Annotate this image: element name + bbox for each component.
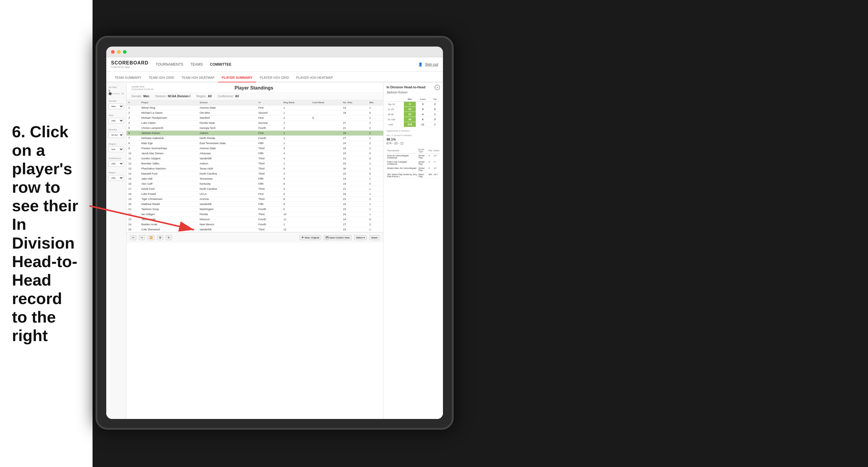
h2h-close-btn[interactable]: × (435, 85, 440, 90)
table-row[interactable]: 24 Bastien Amat New Mexico Fourth 1 27 2 (127, 222, 383, 227)
col-reg-rank: Reg Rank (282, 100, 311, 105)
cell-yr: Fifth (256, 176, 281, 181)
table-row[interactable]: 12 Brendan Valles Auburn Third 1 24 1 (127, 161, 383, 166)
cell-num: 17 (127, 187, 140, 192)
browser-minimize-dot[interactable] (117, 50, 121, 54)
table-row[interactable]: 19 Tiger Christensen Arizona Third 8 23 … (127, 197, 383, 202)
table-row[interactable]: 2 Michael La Sasso Ole Miss Second 1 18 … (127, 111, 383, 116)
table-row[interactable]: 15 Jake Hall Tennessee Fifth 5 24 1 (127, 176, 383, 181)
browser-chrome (106, 46, 443, 57)
table-row[interactable]: 25 Cole Sherwood Vanderbilt Third 12 23 … (127, 227, 383, 232)
no-rds-slider-row: 12 (108, 92, 124, 95)
cell-yr: Third (256, 156, 281, 161)
tools-btn[interactable]: ⚙ (157, 235, 163, 240)
gender-filter-display: Gender: Men (131, 95, 149, 98)
cell-conf-rank (310, 181, 341, 187)
year-select[interactable]: (All) (108, 118, 124, 124)
table-row[interactable]: 1 Wenyi Ding Arizona State First 1 14 1 (127, 105, 383, 111)
cell-win: 1 (367, 212, 383, 217)
redo-btn[interactable]: ↪ (139, 235, 145, 240)
division-filter-display: Division: NCAA Division I (155, 95, 190, 98)
table-row[interactable]: 6 Jackson Koivun Auburn First 1 26 2 (127, 131, 383, 136)
table-row[interactable]: 16 Alex Goff Kentucky Fifth 8 19 0 (127, 181, 383, 187)
cell-num: 2 (127, 111, 140, 116)
division-value-display: NCAA Division I (168, 95, 190, 98)
save-custom-btn[interactable]: 💾 Save Custom View (323, 235, 352, 240)
table-row[interactable]: 7 Nicholas Gabrelcik North Florida Fourt… (127, 136, 383, 141)
filter-row: Gender: Men Division: NCAA Division I Re… (127, 93, 383, 100)
cell-win: 2 (367, 121, 383, 126)
cell-player: Cole Sherwood (140, 227, 198, 232)
cell-pos: 2 (428, 160, 433, 166)
conference-select[interactable]: (All) (108, 161, 124, 166)
cell-reg-rank: 8 (282, 181, 311, 187)
cell-player: Gordon Sargent (140, 156, 198, 161)
table-row[interactable]: 5 Christo Lamprecht Georgia Tech Fourth … (127, 126, 383, 131)
table-row[interactable]: 22 Ian Gilligan Florida Third 10 24 1 (127, 212, 383, 217)
nav-tournaments[interactable]: TOURNAMENTS (156, 61, 183, 68)
cell-yr: Fifth (256, 181, 281, 187)
year-label: Year (108, 114, 124, 117)
table-row[interactable]: 9 Preston Summerhays Arizona State Third… (127, 146, 383, 151)
nav-committee[interactable]: COMMITTEE (210, 61, 231, 68)
tab-player-h2h-heatmap[interactable]: PLAYER H2H HEATMAP (292, 73, 336, 82)
h2h-cell-win: 578 (404, 122, 416, 127)
table-row[interactable]: 14 Maxwell Ford North Carolina Third 3 2… (127, 171, 383, 176)
cell-player: Christo Lamprecht (140, 126, 198, 131)
h2h-cell-win: 46 (404, 117, 416, 122)
undo-btn[interactable]: ↩ (130, 235, 136, 240)
cell-player: Luke Claton (140, 121, 198, 126)
table-row[interactable]: 11 Gordon Sargent Vanderbilt Third 4 21 … (127, 156, 383, 161)
view-original-btn[interactable]: 👁 View: Original (299, 235, 321, 240)
tab-team-h2h-heatmap[interactable]: TEAM H2H HEATMAP (178, 73, 218, 82)
cell-num: 13 (127, 166, 140, 171)
conference-value-display: All (235, 95, 239, 98)
watch-btn[interactable]: Watch ▾ (354, 235, 367, 240)
tab-player-h2h-grid[interactable]: PLAYER H2H GRID (256, 73, 292, 82)
browser-close-dot[interactable] (111, 50, 115, 54)
cell-reg-rank: 1 (282, 222, 311, 227)
no-rds-slider-thumb[interactable] (108, 92, 112, 95)
table-row[interactable]: 21 Taehoon Song Washington Fourth 6 23 1 (127, 207, 383, 212)
forward-btn[interactable]: ⏩ (148, 235, 155, 240)
cell-conf-rank (310, 156, 341, 161)
standings-title: Player Standings (153, 85, 354, 91)
cell-num: 1 (127, 105, 140, 111)
browser-maximize-dot[interactable] (123, 50, 127, 54)
tab-team-summary[interactable]: TEAM SUMMARY (111, 73, 145, 82)
cell-school: Ole Miss (198, 111, 257, 116)
player-select[interactable]: (All) (108, 175, 124, 181)
table-row[interactable]: 4 Luke Claton Florida State Second 1 27 … (127, 121, 383, 126)
table-row[interactable]: 3 Michael Thorbjornsen Stanford First 2 … (127, 116, 383, 121)
no-rds-slider-track[interactable] (108, 93, 120, 94)
table-row[interactable]: 13 Phachakun Maichon Texas A&M Third 6 3… (127, 166, 383, 171)
h2h-cell-tie: 5 (430, 107, 440, 112)
share-btn[interactable]: Share (369, 235, 380, 240)
col-event-type: Event Type (418, 147, 428, 154)
cell-win: 1 (367, 166, 383, 171)
cell-conf-rank (310, 227, 341, 232)
table-row[interactable]: 20 Matthew Riedel Vanderbilt Fifth 9 24 … (127, 202, 383, 207)
tab-player-summary[interactable]: PLAYER SUMMARY (218, 73, 256, 82)
gender-select[interactable]: Men Women (108, 103, 124, 109)
table-row[interactable]: 10 Jacob Mac Diesen Arkansas Fifth 4 23 … (127, 151, 383, 156)
sign-out-link[interactable]: Sign out (425, 62, 438, 66)
h2h-cell-win: 22 (404, 112, 416, 117)
division-select[interactable]: NCAA Division I (108, 132, 124, 138)
cell-no-rds: 19 (341, 181, 367, 187)
table-row[interactable]: 23 Jack Lundin Missouri Fourth 11 24 0 (127, 217, 383, 222)
table-row[interactable]: 17 David Ford North Carolina Third 4 21 … (127, 187, 383, 192)
region-select[interactable]: N/A (108, 147, 124, 152)
nav-teams[interactable]: TEAMS (190, 61, 203, 68)
cell-tournament-name: Fallon Oak Collegiate Invitational (386, 160, 418, 166)
sub-nav: TEAM SUMMARY TEAM H2H GRID TEAM H2H HEAT… (106, 72, 443, 82)
cell-num: 7 (127, 136, 140, 141)
table-row[interactable]: 8 Mats Ege East Tennessee State Fifth 1 … (127, 141, 383, 146)
refresh-btn[interactable]: ↻ (166, 235, 172, 240)
cell-conf-rank (310, 222, 341, 227)
no-rds-value: 6 (108, 89, 124, 92)
cell-pos: 2 (428, 166, 433, 173)
cell-school: North Florida (198, 136, 257, 141)
table-row[interactable]: 18 Luke Powell UCLA First 4 24 1 (127, 192, 383, 197)
tab-team-h2h-grid[interactable]: TEAM H2H GRID (145, 73, 178, 82)
